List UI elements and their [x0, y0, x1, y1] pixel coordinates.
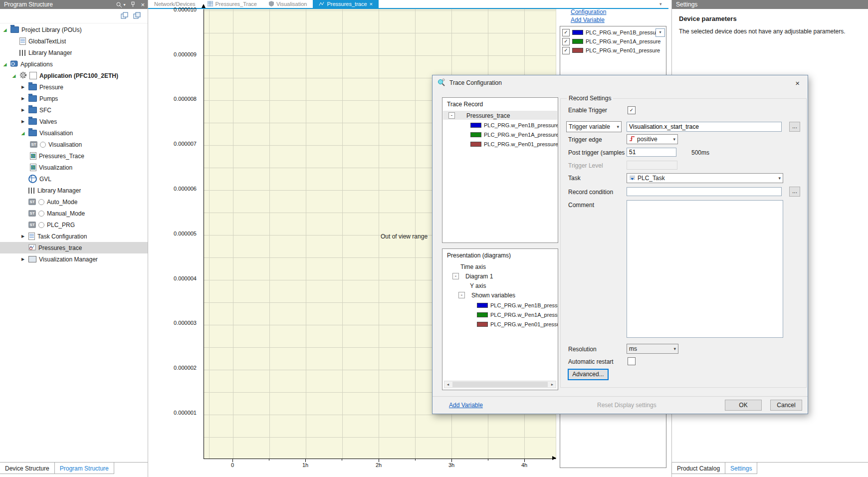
tree-item-gvl[interactable]: GVL — [0, 173, 148, 185]
tree-item-task-configuration[interactable]: ▶ Task Configuration — [0, 231, 148, 242]
tree-item-visualization[interactable]: Visualization — [0, 162, 148, 173]
ok-button[interactable]: OK — [725, 400, 762, 411]
collapsed-icon[interactable]: ▶ — [20, 108, 26, 112]
expanded-icon[interactable]: ◢ — [2, 62, 8, 67]
configuration-link[interactable]: Configuration — [571, 8, 606, 15]
tab-settings[interactable]: Settings — [725, 463, 757, 474]
close-tab-icon[interactable]: × — [370, 1, 373, 7]
left-bottom-tabs: Device Structure Program Structure — [0, 462, 148, 477]
collapse-minus-icon[interactable]: - — [458, 292, 465, 298]
cancel-button[interactable]: Cancel — [770, 400, 802, 411]
trace-record-var[interactable]: PLC_PRG.w_Pen1A_pressure — [470, 130, 558, 139]
trigger-variable-selector[interactable]: Trigger variable ▾ — [566, 121, 622, 132]
presentation-y-axis[interactable]: Y axis — [470, 281, 486, 290]
post-trigger-input[interactable] — [627, 148, 676, 157]
dialog-titlebar[interactable]: Trace Configuration × — [433, 75, 808, 90]
presentation-var[interactable]: PLC_PRG.w_Pen1A_pressur — [477, 310, 558, 319]
scrollbar-thumb[interactable] — [452, 382, 548, 387]
new-window-icon[interactable] — [121, 12, 128, 21]
chevron-down-icon: ▾ — [778, 176, 781, 181]
collapsed-icon[interactable]: ▶ — [20, 234, 26, 238]
tab-visualisation[interactable]: Visualisation — [263, 0, 313, 8]
tab-product-catalog[interactable]: Product Catalog — [671, 463, 725, 474]
collapsed-icon[interactable]: ▶ — [20, 96, 26, 101]
tree-item-pumps[interactable]: ▶ Pumps — [0, 93, 148, 104]
trace-record-var[interactable]: PLC_PRG.w_Pen01_pressure — [470, 140, 558, 148]
tree-item-pressure[interactable]: ▶ Pressure — [0, 81, 148, 93]
tab-pressures-trace-active[interactable]: Pressures_trace × — [313, 0, 379, 8]
expanded-icon[interactable]: ◢ — [20, 131, 26, 136]
duplicate-window-icon[interactable] — [133, 12, 141, 21]
checkbox-checked-icon[interactable]: ✓ — [562, 47, 570, 54]
pin-icon[interactable] — [130, 1, 136, 7]
add-variable-link[interactable]: Add Variable — [449, 402, 483, 409]
tree-item-globaltextlist[interactable]: GlobalTextList — [0, 35, 148, 47]
trigger-variable-input[interactable] — [627, 122, 782, 132]
trace-record-var[interactable]: PLC_PRG.w_Pen1B_pressure — [470, 121, 558, 129]
tree-item-project-library[interactable]: ◢ Project Library (POUs) — [0, 24, 148, 35]
scroll-right-icon[interactable]: ► — [549, 381, 556, 388]
tree-item-visualization-manager[interactable]: ▶ Visualization Manager — [0, 253, 148, 265]
record-condition-browse-button[interactable]: ... — [789, 187, 800, 197]
tree-item-library-manager[interactable]: Library Manager — [0, 47, 148, 58]
presentation-time-axis[interactable]: Time axis — [460, 262, 486, 271]
resolution-select[interactable]: ms ▾ — [627, 344, 678, 354]
expanded-icon[interactable]: ◢ — [2, 27, 8, 32]
series-color-chip — [477, 322, 488, 327]
automatic-restart-checkbox[interactable] — [628, 357, 636, 365]
tab-list-dropdown-icon[interactable]: ▾ — [659, 1, 662, 6]
state-circle-icon — [38, 222, 44, 228]
trigger-edge-select[interactable]: positive ▾ — [627, 134, 678, 144]
collapsed-icon[interactable]: ▶ — [20, 257, 26, 261]
horizontal-scrollbar[interactable]: ◄ ► — [444, 381, 556, 388]
x-minor-tick — [488, 459, 488, 461]
presentation-diagram[interactable]: - Diagram 1 — [452, 272, 493, 280]
tree-item-visualisation-folder[interactable]: ◢ Visualisation — [0, 127, 148, 139]
tree-item-application[interactable]: ◢ Application (PFC100_2ETH) — [0, 70, 148, 81]
tree-item-pressures-trace[interactable]: Pressures_trace — [0, 242, 148, 253]
trace-variable-row[interactable]: ✓ PLC_PRG.w_Pen01_pressure — [560, 46, 666, 55]
trigger-variable-browse-button[interactable]: ... — [789, 122, 800, 132]
tree-item-plc-prg[interactable]: ST PLC_PRG — [0, 219, 148, 231]
close-panel-icon[interactable]: × — [141, 1, 145, 8]
tree-item-pressures-trace-visu[interactable]: Pressures_Trace — [0, 150, 148, 162]
scroll-left-icon[interactable]: ◄ — [444, 381, 451, 388]
task-select[interactable]: PLC_Task ▾ — [627, 173, 783, 183]
comment-textarea[interactable] — [627, 200, 783, 338]
tree-item-sfc[interactable]: ▶ SFC — [0, 104, 148, 116]
tree-item-library-manager-2[interactable]: Library Manager — [0, 185, 148, 196]
expanded-icon[interactable]: ◢ — [11, 73, 17, 78]
checkbox-checked-icon[interactable]: ✓ — [562, 38, 570, 45]
tab-device-structure[interactable]: Device Structure — [0, 463, 55, 474]
collapse-minus-icon[interactable]: - — [452, 273, 459, 279]
trace-variable-row[interactable]: ✓ PLC_PRG.w_Pen1B_pressure — [560, 28, 666, 37]
collapsed-icon[interactable]: ▶ — [20, 85, 26, 89]
tab-program-structure[interactable]: Program Structure — [54, 463, 114, 474]
variable-dropdown-button[interactable]: ▾ — [655, 28, 665, 37]
checkbox-checked-icon[interactable]: ✓ — [562, 29, 570, 36]
tree-item-valves[interactable]: ▶ Valves — [0, 116, 148, 127]
record-condition-input[interactable] — [627, 187, 782, 196]
trace-record-root[interactable]: - Pressures_trace — [448, 111, 510, 120]
tree-item-applications[interactable]: ◢ Applications — [0, 58, 148, 70]
collapse-minus-icon[interactable]: - — [448, 112, 455, 119]
y-tick-label: 0.000010 — [157, 6, 197, 12]
close-dialog-icon[interactable]: × — [792, 79, 803, 87]
collapsed-icon[interactable]: ▶ — [20, 119, 26, 124]
presentation-var[interactable]: PLC_PRG.w_Pen01_pressur — [477, 320, 558, 328]
task-stack-icon — [629, 175, 636, 182]
trace-variable-row[interactable]: ✓ PLC_PRG.w_Pen1A_pressure — [560, 37, 666, 46]
tree-item-visualisation[interactable]: ST Visualisation — [0, 139, 148, 150]
presentation-shown-variables[interactable]: - Shown variables — [458, 291, 515, 299]
x-major-tick — [379, 459, 379, 462]
enable-trigger-checkbox[interactable]: ✓ — [628, 106, 636, 114]
tree-item-auto-mode[interactable]: ST Auto_Mode — [0, 196, 148, 208]
advanced-button[interactable]: Advanced... — [568, 369, 609, 380]
task-config-icon — [28, 233, 35, 240]
search-icon[interactable]: ▾ — [116, 1, 125, 8]
tree-item-manual-mode[interactable]: ST Manual_Mode — [0, 208, 148, 219]
add-variable-link[interactable]: Add Variable — [571, 16, 605, 23]
tab-pressures-trace-visu[interactable]: Pressures_Trace — [202, 0, 263, 8]
presentation-var[interactable]: PLC_PRG.w_Pen1B_pressur — [477, 301, 558, 309]
folder-icon — [28, 107, 37, 113]
